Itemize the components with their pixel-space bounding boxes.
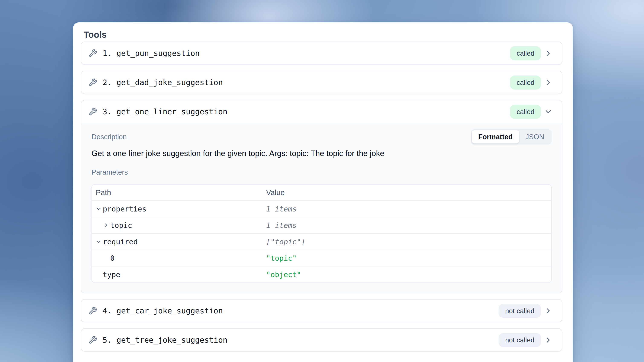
status-badge: called xyxy=(510,76,541,90)
tool-name: get_dad_joke_suggestion xyxy=(116,78,223,87)
parameter-path-cell: topic xyxy=(92,221,264,230)
parameter-value-cell: 1 items xyxy=(264,205,551,213)
tool-item: 4. get_car_joke_suggestion not called xyxy=(81,299,562,322)
tool-index: 5. xyxy=(102,336,112,344)
parameter-value-cell: ["topic"] xyxy=(264,238,551,246)
parameter-path-cell: type xyxy=(92,270,264,279)
parameter-row[interactable]: 0 "topic" xyxy=(92,250,551,266)
tool-description: Get a one-liner joke suggestion for the … xyxy=(92,149,552,158)
column-header-value: Value xyxy=(264,188,551,197)
tool-index: 2. xyxy=(102,78,112,87)
tool-row[interactable]: 2. get_dad_joke_suggestion called xyxy=(81,71,562,94)
parameter-value: "topic" xyxy=(266,254,296,262)
tool-index: 4. xyxy=(102,306,112,315)
page-title: Tools xyxy=(84,30,562,40)
chevron-slot xyxy=(96,239,103,245)
tools-list: 1. get_pun_suggestion called 2. xyxy=(81,42,562,352)
chevron-right-icon xyxy=(544,78,552,87)
parameter-value: ["topic"] xyxy=(266,238,305,246)
tool-row[interactable]: 4. get_car_joke_suggestion not called xyxy=(81,300,562,322)
details-header: Description Formatted JSON xyxy=(92,129,552,144)
chevron-down-icon xyxy=(96,239,102,245)
chevron-right-icon xyxy=(544,336,552,344)
chevron-down-icon xyxy=(544,108,552,116)
parameters-table: Path Value xyxy=(92,184,552,283)
tool-name: get_car_joke_suggestion xyxy=(116,306,223,315)
chevron-slot xyxy=(103,222,110,228)
parameter-value-cell: 1 items xyxy=(264,221,551,230)
status-badge: not called xyxy=(498,333,541,347)
parameter-row[interactable]: type "object" xyxy=(92,266,551,282)
tool-item: 5. get_tree_joke_suggestion not called xyxy=(81,328,562,352)
parameter-path: type xyxy=(103,270,120,279)
tool-name: get_one_liner_suggestion xyxy=(116,107,227,116)
tool-row[interactable]: 5. get_tree_joke_suggestion not called xyxy=(81,329,562,351)
parameter-path: required xyxy=(103,238,138,246)
chevron-down-icon xyxy=(96,206,102,212)
tool-index: 1. xyxy=(102,49,112,58)
parameter-path: topic xyxy=(110,221,132,230)
tool-row[interactable]: 3. get_one_liner_suggestion called xyxy=(81,100,562,123)
description-label: Description xyxy=(92,133,127,141)
wrench-icon xyxy=(88,49,97,58)
parameter-row[interactable]: required ["topic"] xyxy=(92,233,551,250)
tools-panel: Tools 1. get_pun_suggestion called xyxy=(73,22,573,362)
parameters-label: Parameters xyxy=(92,168,552,176)
parameter-row[interactable]: properties 1 items xyxy=(92,200,551,217)
chevron-right-icon xyxy=(103,222,109,228)
toggle-json[interactable]: JSON xyxy=(519,130,550,144)
chevron-slot xyxy=(96,206,103,212)
tool-name: get_pun_suggestion xyxy=(116,49,200,58)
parameter-path: properties xyxy=(103,205,146,213)
parameter-path: 0 xyxy=(110,254,114,262)
parameter-path-cell: properties xyxy=(92,205,264,213)
parameter-value: "object" xyxy=(266,270,301,279)
parameter-path-cell: 0 xyxy=(92,254,264,262)
tool-index: 3. xyxy=(102,107,112,116)
parameter-value: 1 items xyxy=(266,221,296,230)
tool-name: get_tree_joke_suggestion xyxy=(116,336,227,344)
parameter-value-cell: "object" xyxy=(264,270,551,279)
status-badge: called xyxy=(510,105,541,119)
tool-item: 3. get_one_liner_suggestion called Descr… xyxy=(81,100,562,293)
wrench-icon xyxy=(88,78,97,87)
wrench-icon xyxy=(88,336,97,344)
parameter-path-cell: required xyxy=(92,238,264,246)
tool-item: 1. get_pun_suggestion called xyxy=(81,42,562,65)
table-header-row: Path Value xyxy=(92,184,551,200)
status-badge: not called xyxy=(498,304,541,318)
wrench-icon xyxy=(88,108,97,116)
parameter-value: 1 items xyxy=(266,205,296,213)
view-toggle: Formatted JSON xyxy=(471,129,552,144)
parameter-value-cell: "topic" xyxy=(264,254,551,262)
wrench-icon xyxy=(88,306,97,315)
toggle-formatted[interactable]: Formatted xyxy=(472,130,519,144)
status-badge: called xyxy=(510,46,541,60)
tool-row[interactable]: 1. get_pun_suggestion called xyxy=(81,42,562,64)
tool-item: 2. get_dad_joke_suggestion called xyxy=(81,71,562,94)
column-header-path: Path xyxy=(92,188,264,197)
parameter-row[interactable]: topic 1 items xyxy=(92,217,551,233)
tool-details: Description Formatted JSON Get a one-lin… xyxy=(81,123,562,293)
chevron-right-icon xyxy=(544,306,552,315)
chevron-right-icon xyxy=(544,49,552,58)
